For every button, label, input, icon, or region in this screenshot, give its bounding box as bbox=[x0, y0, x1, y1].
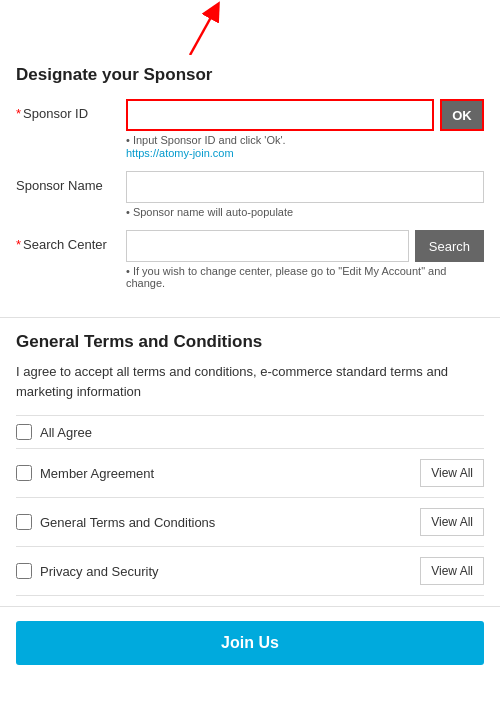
terms-description: I agree to accept all terms and conditio… bbox=[16, 362, 484, 401]
terms-section-title: General Terms and Conditions bbox=[16, 332, 484, 352]
arrow-indicator bbox=[160, 0, 240, 55]
sponsor-id-hint-link: https://atomy-join.com bbox=[126, 147, 484, 159]
required-star-2: * bbox=[16, 237, 21, 252]
sponsor-id-input-col: OK • Input Sponsor ID and click 'Ok'. ht… bbox=[126, 99, 484, 159]
search-center-input[interactable] bbox=[126, 230, 409, 262]
sponsor-id-input-group: OK bbox=[126, 99, 484, 131]
term-checkbox-0[interactable] bbox=[16, 465, 32, 481]
term-checkbox-1[interactable] bbox=[16, 514, 32, 530]
search-center-row: *Search Center Search • If you wish to c… bbox=[16, 230, 484, 289]
sponsor-id-row: *Sponsor ID OK • Input Sponsor ID and cl… bbox=[16, 99, 484, 159]
designate-section-title: Designate your Sponsor bbox=[16, 65, 484, 85]
join-us-button[interactable]: Join Us bbox=[16, 621, 484, 665]
terms-section: General Terms and Conditions I agree to … bbox=[0, 318, 500, 607]
view-all-button-1[interactable]: View All bbox=[420, 508, 484, 536]
sponsor-name-input[interactable] bbox=[126, 171, 484, 203]
search-center-label: *Search Center bbox=[16, 230, 126, 252]
sponsor-id-input[interactable] bbox=[126, 99, 434, 131]
search-center-button[interactable]: Search bbox=[415, 230, 484, 262]
term-checkbox-2[interactable] bbox=[16, 563, 32, 579]
term-row-2: Privacy and Security View All bbox=[16, 547, 484, 596]
designate-sponsor-section: Designate your Sponsor *Sponsor ID OK • … bbox=[0, 55, 500, 318]
sponsor-name-row: Sponsor Name • Sponsor name will auto-po… bbox=[16, 171, 484, 218]
sponsor-id-hint: • Input Sponsor ID and click 'Ok'. bbox=[126, 134, 484, 146]
sponsor-id-ok-button[interactable]: OK bbox=[440, 99, 484, 131]
term-label-0: Member Agreement bbox=[40, 466, 154, 481]
sponsor-name-label: Sponsor Name bbox=[16, 171, 126, 193]
term-row-label-0: Member Agreement bbox=[16, 465, 420, 481]
all-agree-label[interactable]: All Agree bbox=[40, 425, 92, 440]
term-row-1: General Terms and Conditions View All bbox=[16, 498, 484, 547]
sponsor-id-label: *Sponsor ID bbox=[16, 99, 126, 121]
join-section: Join Us bbox=[0, 607, 500, 679]
all-agree-checkbox[interactable] bbox=[16, 424, 32, 440]
search-center-input-group: Search bbox=[126, 230, 484, 262]
required-star: * bbox=[16, 106, 21, 121]
term-label-1: General Terms and Conditions bbox=[40, 515, 215, 530]
svg-line-1 bbox=[190, 10, 215, 55]
sponsor-name-hint: • Sponsor name will auto-populate bbox=[126, 206, 484, 218]
search-center-input-col: Search • If you wish to change center, p… bbox=[126, 230, 484, 289]
all-agree-row: All Agree bbox=[16, 415, 484, 449]
sponsor-name-input-col: • Sponsor name will auto-populate bbox=[126, 171, 484, 218]
term-row-label-2: Privacy and Security bbox=[16, 563, 420, 579]
view-all-button-0[interactable]: View All bbox=[420, 459, 484, 487]
term-row-label-1: General Terms and Conditions bbox=[16, 514, 420, 530]
view-all-button-2[interactable]: View All bbox=[420, 557, 484, 585]
term-row-0: Member Agreement View All bbox=[16, 449, 484, 498]
search-center-hint: • If you wish to change center, please g… bbox=[126, 265, 484, 289]
term-label-2: Privacy and Security bbox=[40, 564, 159, 579]
